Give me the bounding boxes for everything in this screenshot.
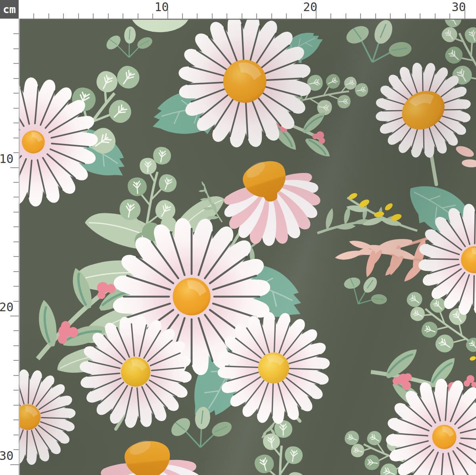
ruler-tick: [301, 13, 302, 19]
ruler-tick: [108, 13, 109, 19]
ruler-top: 102030: [0, 0, 476, 19]
ruler-tick: [13, 419, 19, 420]
ruler-tick: [449, 13, 450, 19]
ruler-tick: [10, 167, 19, 168]
ruler-tick: [13, 405, 19, 406]
ruler-tick: [405, 13, 406, 19]
ruler-tick: [13, 345, 19, 346]
ruler-label: 30: [0, 450, 13, 462]
unit-label: cm: [0, 0, 19, 19]
ruler-tick: [33, 13, 34, 19]
ruler-tick: [13, 123, 19, 123]
ruler-tick: [420, 13, 420, 19]
ruler-tick: [256, 13, 257, 19]
ruler-tick: [197, 13, 198, 19]
ruler-tick: [13, 286, 19, 287]
ruler-tick: [13, 301, 19, 302]
ruler-tick: [63, 13, 64, 19]
ruler-tick: [375, 13, 376, 19]
ruler-tick: [13, 256, 19, 257]
ruler-tick: [10, 464, 19, 465]
ruler-tick: [13, 435, 19, 435]
ruler-tick: [182, 13, 183, 19]
ruler-tick: [13, 375, 19, 376]
ruler-left: 102030: [0, 19, 19, 475]
ruler-tick: [138, 13, 138, 19]
ruler-label: 20: [0, 301, 13, 314]
fabric-preview: 102030 102030 cm: [0, 0, 476, 475]
ruler-tick: [13, 33, 19, 34]
ruler-tick: [13, 138, 19, 138]
ruler-tick: [226, 13, 227, 19]
ruler-tick: [212, 13, 213, 19]
ruler-tick: [13, 78, 19, 79]
ruler-tick: [345, 13, 346, 19]
unit-label-text: cm: [3, 3, 16, 15]
ruler-tick: [13, 212, 19, 213]
ruler-tick: [390, 13, 391, 19]
ruler-tick: [13, 330, 19, 331]
ruler-tick: [286, 13, 287, 19]
ruler-tick: [13, 271, 19, 272]
ruler-tick: [330, 13, 331, 19]
ruler-tick: [123, 13, 123, 19]
ruler-tick: [93, 13, 94, 19]
ruler-tick: [13, 108, 19, 109]
ruler-tick: [13, 152, 19, 153]
ruler-tick: [13, 226, 19, 227]
ruler-tick: [13, 241, 19, 242]
ruler-tick: [10, 316, 19, 316]
ruler-tick: [152, 13, 153, 19]
ruler-tick: [13, 48, 19, 49]
ruler-tick: [360, 13, 361, 19]
ruler-label: 30: [451, 1, 466, 13]
fabric-pattern: [0, 0, 476, 475]
ruler-tick: [13, 93, 19, 94]
ruler-tick: [13, 449, 19, 450]
ruler-label: 10: [154, 1, 169, 13]
ruler-tick: [13, 390, 19, 391]
ruler-tick: [78, 13, 79, 19]
ruler-tick: [13, 360, 19, 361]
fabric-edge-top: [19, 19, 476, 20]
ruler-tick: [435, 13, 436, 19]
ruler-tick: [13, 182, 19, 183]
ruler-tick: [13, 197, 19, 197]
fabric-edge-left: [19, 19, 20, 475]
ruler-label: 20: [303, 1, 317, 13]
ruler-label: 10: [0, 153, 13, 165]
ruler-tick: [13, 63, 19, 64]
ruler-tick: [48, 13, 49, 19]
ruler-tick: [271, 13, 272, 19]
ruler-tick: [242, 13, 242, 19]
